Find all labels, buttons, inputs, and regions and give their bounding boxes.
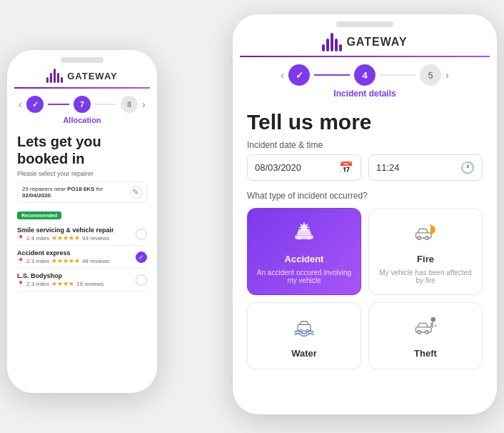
logo-bars-icon [46,69,63,83]
repairers-row: 29 repairers near PO18 6KS for 02/04/202… [17,181,147,203]
svg-point-0 [298,236,301,239]
step-label: Allocation [7,116,157,127]
accident-title: Accident [285,254,324,264]
time-field[interactable]: 11:24 🕐 [368,154,483,181]
large-phone-steps: ‹ ✓ 4 5 › [233,57,497,89]
repairer-item-1[interactable]: Smile servicing & vehicle repair 📍 2.4 m… [17,223,147,246]
date-label: Incident date & time [247,140,483,150]
large-phone-content: Tell us more Incident date & time 08/03/… [233,110,497,369]
repairer-item-2[interactable]: Accident express 📍 2.3 miles ★★★★★ 48 re… [17,246,147,269]
incident-card-accident[interactable]: Accident An accident occured involving m… [247,208,361,295]
small-phone-subtext: Please select your repairer [17,170,147,177]
repairer-name-3: L.S. Bodyshop [17,272,104,279]
date-field[interactable]: 08/03/2020 📅 [247,154,361,181]
large-phone-logo: GATEWAY [233,27,497,56]
large-step-line-2 [380,74,415,76]
edit-icon[interactable]: ✎ [130,186,142,199]
large-step-line-1 [314,74,350,76]
svg-point-1 [307,236,311,239]
incident-grid: Accident An accident occured involving m… [247,208,483,369]
calendar-icon: 📅 [339,161,353,174]
repairer-distance-1: 2.4 miles [26,235,49,242]
date-value: 08/03/2020 [255,162,333,173]
incident-card-water[interactable]: Water [247,302,361,369]
repairer-name-1: Smile servicing & vehicle repair [17,227,114,234]
repairer-radio-3[interactable] [136,274,147,286]
logo-text: GATEWAY [67,71,118,81]
large-step-label: Incident details [233,89,497,101]
pin-icon-2: 📍 [17,258,24,264]
large-prev-step-button[interactable]: ‹ [281,69,284,81]
theft-title: Theft [414,348,437,359]
repairer-item-3[interactable]: L.S. Bodyshop 📍 2.3 miles ★★★★ 19 review… [17,269,147,292]
repairer-stars-2: ★★★★★ [51,257,80,264]
small-phone-content: Lets get you booked in Please select you… [7,133,157,292]
step-done-circle: ✓ [26,96,44,113]
recommended-badge: Recommended [17,211,61,219]
repairer-reviews-1: 93 reviews [82,235,109,242]
next-step-button[interactable]: › [142,99,146,110]
incident-card-fire[interactable]: Fire My vehicle has been affected by fir… [368,208,483,295]
page-title: Tell us more [247,110,483,134]
svg-point-3 [418,237,421,240]
large-logo-text: GATEWAY [346,36,407,49]
step-inactive-circle: 8 [121,96,138,113]
step-line-2 [95,104,116,105]
small-phone-headline: Lets get you booked in [17,133,147,167]
large-phone: GATEWAY ‹ ✓ 4 5 › Incident details Tell … [233,14,497,414]
small-phone-steps: ‹ ✓ 7 8 › [7,89,157,116]
svg-point-11 [431,317,435,321]
large-step-inactive-circle: 5 [420,64,441,86]
large-logo-bars-icon [322,33,342,51]
pin-icon-1: 📍 [17,235,24,242]
step-active-circle: 7 [74,96,91,113]
repairer-name-2: Accident express [17,249,109,257]
prev-step-button[interactable]: ‹ [19,99,22,110]
water-title: Water [291,348,317,359]
svg-point-4 [425,237,429,240]
repairer-radio-2[interactable] [136,252,147,263]
time-value: 11:24 [376,162,455,173]
svg-point-6 [300,329,303,332]
fire-icon [413,219,438,249]
repairer-stars-3: ★★★★ [51,280,74,287]
small-phone-logo: GATEWAY [7,63,157,87]
repairer-distance-3: 2.3 miles [26,281,49,287]
svg-point-10 [425,331,429,334]
fire-title: Fire [417,254,434,264]
svg-point-7 [306,329,309,332]
pin-icon-3: 📍 [17,281,24,287]
large-phone-notch [336,21,393,27]
repairer-stars-1: ★★★★★ [51,234,80,242]
repairer-radio-1[interactable] [136,229,147,240]
svg-point-9 [418,331,421,334]
repairers-text: 29 repairers near PO18 6KS for 02/04/202… [22,186,130,199]
repairer-reviews-3: 19 reviews [76,281,104,287]
large-step-done-circle: ✓ [288,64,310,86]
large-step-active-circle: 4 [354,64,376,86]
accident-desc: An accident occured involving my vehicle [255,269,353,284]
small-phone: GATEWAY ‹ ✓ 7 8 › Allocation Lets get yo… [7,50,157,393]
water-icon [291,313,317,344]
step-line-1 [48,104,69,105]
small-phone-notch [61,57,104,63]
clock-icon: 🕐 [460,161,475,174]
incident-label: What type of incident occurred? [247,191,483,201]
incident-card-theft[interactable]: Theft [368,302,483,369]
repairer-reviews-2: 48 reviews [82,258,109,264]
large-next-step-button[interactable]: › [445,69,449,81]
accident-icon [291,219,317,249]
theft-icon [413,313,438,344]
fire-desc: My vehicle has been affected by fire [376,269,475,284]
date-time-row: 08/03/2020 📅 11:24 🕐 [247,154,483,181]
repairer-distance-2: 2.3 miles [26,258,49,264]
